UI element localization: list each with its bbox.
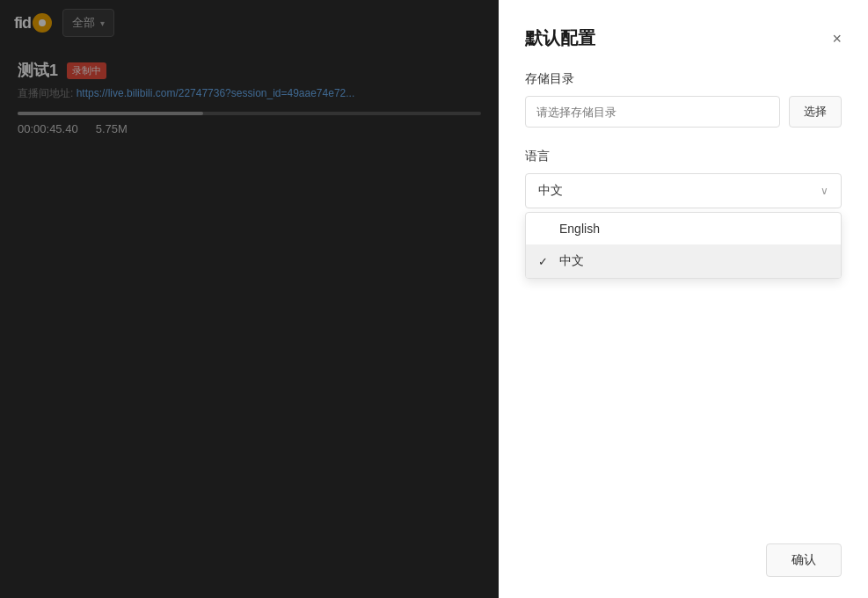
close-button[interactable]: × xyxy=(832,31,842,47)
confirm-button[interactable]: 确认 xyxy=(766,543,842,577)
lang-option-chinese-label: 中文 xyxy=(559,253,584,269)
storage-section-label: 存储目录 xyxy=(525,71,842,87)
lang-select-wrapper: 中文 ∨ English ✓ 中文 xyxy=(525,173,842,208)
lang-select-display[interactable]: 中文 ∨ xyxy=(525,173,842,208)
storage-row: 选择 xyxy=(525,96,842,128)
lang-current-value: 中文 xyxy=(538,183,563,199)
storage-path-input[interactable] xyxy=(525,96,780,128)
check-icon: ✓ xyxy=(538,255,552,268)
lang-dropdown: English ✓ 中文 xyxy=(525,212,842,279)
modal-panel: 默认配置 × 存储目录 选择 语言 中文 ∨ English ✓ 中文 xyxy=(499,0,868,598)
confirm-btn-row: 确认 xyxy=(525,543,842,577)
storage-choose-button[interactable]: 选择 xyxy=(789,96,842,128)
lang-option-english-label: English xyxy=(559,222,600,236)
modal-header: 默认配置 × xyxy=(525,26,842,50)
chevron-down-icon: ∨ xyxy=(821,185,828,197)
lang-option-chinese[interactable]: ✓ 中文 xyxy=(526,244,841,278)
modal-title: 默认配置 xyxy=(525,26,595,50)
lang-section-label: 语言 xyxy=(525,149,842,164)
overlay-dim xyxy=(0,0,499,598)
lang-option-english[interactable]: English xyxy=(526,213,841,244)
